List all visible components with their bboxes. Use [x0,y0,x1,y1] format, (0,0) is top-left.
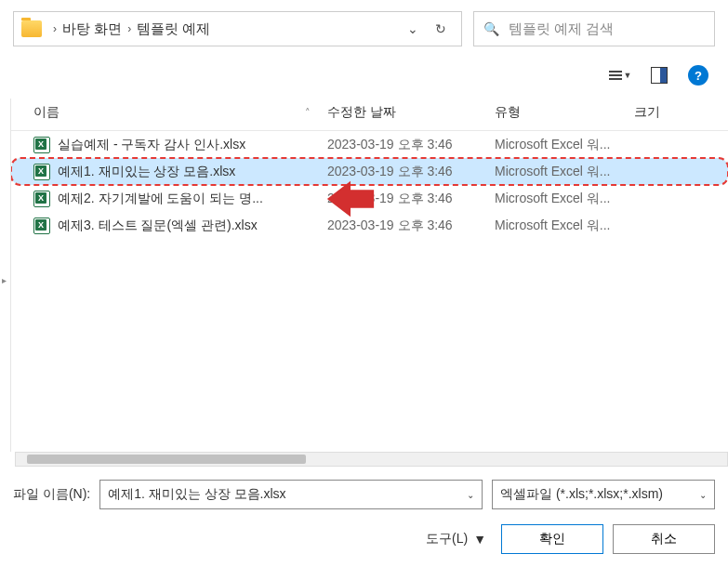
file-name-cell: 실습예제 - 구독자 감사 인사.xlsx [11,137,327,153]
chevron-down-icon: ▼ [624,71,632,80]
breadcrumb-box[interactable]: › 바탕 화면 › 템플릿 예제 ⌄ ↻ [13,11,462,46]
sort-indicator-icon: ˄ [305,107,311,119]
filetype-value: 엑셀파일 (*.xls;*.xlsx;*.xlsm) [500,486,663,503]
file-name: 실습예제 - 구독자 감사 인사.xlsx [58,137,245,153]
toolbar: ▼ ? [0,58,728,99]
file-name: 예제2. 자기계발에 도움이 되는 명... [58,191,263,207]
svg-marker-0 [327,181,374,218]
nav-controls: ⌄ ↻ [407,21,446,36]
file-type: Microsoft Excel 워... [495,137,634,153]
organize-menu-button[interactable]: ▼ [607,63,633,87]
excel-file-icon [33,164,50,180]
file-name-cell: 예제1. 재미있는 상장 모음.xlsx [11,164,327,180]
chevron-down-icon[interactable]: ⌄ [699,490,707,500]
file-name-cell: 예제2. 자기계발에 도움이 되는 명... [11,191,327,207]
search-placeholder: 템플릿 예제 검색 [509,20,614,38]
breadcrumb-item[interactable]: 바탕 화면 [62,20,122,38]
breadcrumb[interactable]: › 바탕 화면 › 템플릿 예제 [47,20,407,38]
file-name: 예제1. 재미있는 상장 모음.xlsx [58,164,235,180]
excel-file-icon [33,218,50,234]
help-icon: ? [688,65,708,86]
view-button[interactable] [646,63,672,87]
help-button[interactable]: ? [685,63,711,87]
nav-pane-collapsed[interactable] [0,99,11,452]
filetype-select[interactable]: 엑셀파일 (*.xls;*.xlsx;*.xlsm) ⌄ [492,480,715,509]
file-list-area: 이름 ˄ 수정한 날짜 유형 크기 실습예제 - 구독자 감사 인사.xlsx2… [11,99,728,452]
file-type: Microsoft Excel 워... [495,218,634,234]
address-bar-row: › 바탕 화면 › 템플릿 예제 ⌄ ↻ 🔍 템플릿 예제 검색 [0,0,728,58]
chevron-down-icon: ▼ [473,532,486,547]
red-arrow-annotation [324,173,377,228]
filename-label: 파일 이름(N): [13,486,90,503]
header-name[interactable]: 이름 ˄ [11,104,327,121]
folder-icon [21,20,42,37]
content-area: 이름 ˄ 수정한 날짜 유형 크기 실습예제 - 구독자 감사 인사.xlsx2… [0,99,728,452]
filename-row: 파일 이름(N): 예제1. 재미있는 상장 모음.xlsx ⌄ 엑셀파일 (*… [13,480,715,509]
excel-file-icon [33,137,50,153]
file-name: 예제3. 테스트 질문(엑셀 관련).xlsx [58,218,258,234]
refresh-icon[interactable]: ↻ [435,21,446,36]
header-size[interactable]: 크기 [634,104,728,121]
chevron-right-icon: › [53,22,57,35]
ok-button[interactable]: 확인 [501,524,603,554]
column-headers: 이름 ˄ 수정한 날짜 유형 크기 [11,99,728,131]
bottom-panel: 파일 이름(N): 예제1. 재미있는 상장 모음.xlsx ⌄ 엑셀파일 (*… [0,465,728,567]
chevron-right-icon: › [127,22,131,35]
file-date: 2023-03-19 오후 3:46 [327,137,495,153]
tools-menu[interactable]: 도구(L) ▼ [426,531,486,547]
preview-pane-icon [651,67,668,84]
filename-input[interactable]: 예제1. 재미있는 상장 모음.xlsx ⌄ [99,480,483,509]
search-icon: 🔍 [483,21,499,36]
button-row: 도구(L) ▼ 확인 취소 [13,524,715,554]
cancel-button[interactable]: 취소 [613,524,715,554]
file-type: Microsoft Excel 워... [495,191,634,207]
scrollbar-thumb[interactable] [27,455,306,464]
excel-file-icon [33,191,50,207]
menu-icon [609,71,622,80]
search-input[interactable]: 🔍 템플릿 예제 검색 [473,11,715,46]
file-name-cell: 예제3. 테스트 질문(엑셀 관련).xlsx [11,218,327,234]
filename-value: 예제1. 재미있는 상장 모음.xlsx [108,486,285,503]
breadcrumb-item[interactable]: 템플릿 예제 [137,20,210,38]
header-date[interactable]: 수정한 날짜 [327,104,495,121]
file-type: Microsoft Excel 워... [495,164,634,180]
chevron-down-icon[interactable]: ⌄ [467,490,474,500]
dropdown-icon[interactable]: ⌄ [407,21,418,36]
file-row[interactable]: 실습예제 - 구독자 감사 인사.xlsx2023-03-19 오후 3:46M… [11,131,728,158]
header-type[interactable]: 유형 [495,104,634,121]
